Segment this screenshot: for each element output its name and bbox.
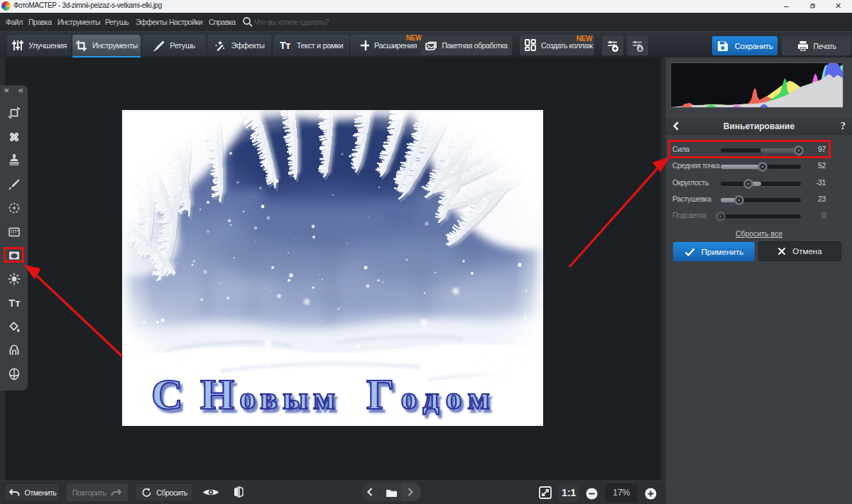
svg-text:Тт: Тт: [280, 40, 290, 51]
svg-text:Тт: Тт: [9, 297, 21, 309]
svg-text:С: С: [151, 370, 188, 418]
